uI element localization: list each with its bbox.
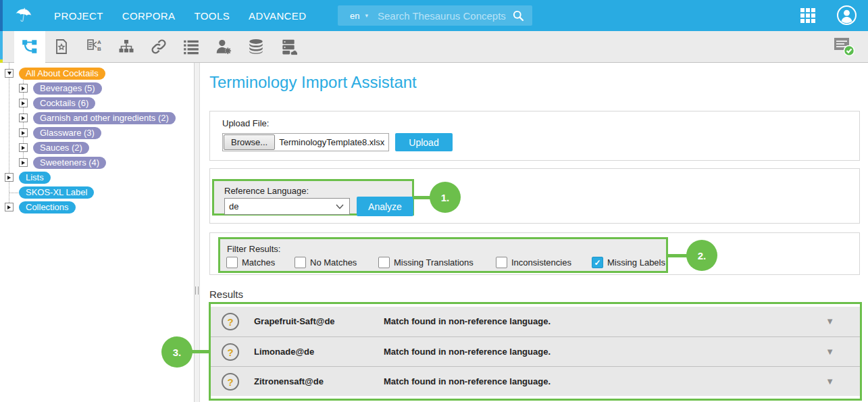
search-bar: en ▾: [338, 5, 532, 26]
upload-file-label: Upload File:: [222, 118, 269, 128]
tree-node-lists[interactable]: Lists: [19, 172, 51, 184]
tree-node-concept[interactable]: Glassware (3): [33, 127, 101, 139]
results-heading: Results: [209, 288, 243, 300]
concept-tree-icon[interactable]: [14, 31, 45, 63]
result-message: Match found in non-reference language.: [384, 316, 551, 326]
top-navigation-bar: ☂ PROJECT CORPORA TOOLS ADVANCED en ▾: [0, 0, 868, 31]
main-menu: PROJECT CORPORA TOOLS ADVANCED: [54, 0, 306, 31]
tree-node-concept[interactable]: Cocktails (6): [33, 97, 95, 109]
question-icon: ?: [222, 373, 239, 391]
sitemap-icon[interactable]: [110, 31, 143, 63]
user-admin-icon[interactable]: [207, 31, 240, 63]
project-status-icon[interactable]: [833, 36, 854, 57]
annotation-connector: [413, 196, 432, 199]
link-icon[interactable]: [143, 31, 175, 63]
tree-expander-closed[interactable]: [19, 99, 28, 107]
screen-edge-strip: [0, 59, 3, 63]
chevron-down-icon: [336, 204, 344, 209]
result-row[interactable]: ? Zitronensaft@de Match found in non-ref…: [211, 366, 860, 396]
user-avatar-icon[interactable]: [836, 5, 857, 26]
poolparty-logo-icon[interactable]: ☂: [14, 3, 33, 27]
menu-project[interactable]: PROJECT: [54, 10, 103, 22]
checkbox-label: Missing Labels: [607, 257, 665, 268]
tree-node-skos-xl[interactable]: SKOS-XL Label: [19, 186, 94, 199]
checkbox-matches[interactable]: Matches: [226, 257, 275, 268]
tree-expander-closed[interactable]: [19, 143, 28, 152]
reference-language-value: de: [229, 201, 336, 211]
annotation-badge-3: 3.: [161, 336, 193, 368]
screen-edge-strip: [0, 31, 3, 59]
search-language-selector[interactable]: en: [350, 11, 359, 21]
filter-results-panel: Filter Results: Matches No Matches Missi…: [209, 232, 860, 275]
expand-row-icon[interactable]: ▼: [825, 316, 834, 326]
annotation-box-2: Filter Results: Matches No Matches Missi…: [218, 237, 668, 273]
tree-node-concept[interactable]: Garnish and other ingredients (2): [33, 112, 176, 124]
search-input[interactable]: [378, 10, 512, 22]
tree-guide-line: [9, 63, 9, 208]
checkbox-no-matches[interactable]: No Matches: [295, 257, 357, 268]
browse-button[interactable]: Browse...: [224, 134, 275, 150]
reference-language-select[interactable]: de: [224, 198, 350, 215]
tree-node-concept[interactable]: Sauces (2): [33, 142, 89, 154]
annotation-connector: [190, 350, 209, 353]
tree-expander-closed[interactable]: [5, 173, 14, 182]
expand-row-icon[interactable]: ▼: [825, 347, 834, 357]
splitter-grip-icon[interactable]: [195, 286, 199, 295]
tree-node-project[interactable]: All About Cocktails: [19, 68, 105, 80]
checkbox-missing-translations[interactable]: Missing Translations: [378, 257, 474, 268]
project-toolbar: A B: [0, 31, 868, 63]
list-icon[interactable]: [175, 31, 207, 63]
tree-expander-closed[interactable]: [19, 84, 28, 93]
checkbox-unchecked-icon[interactable]: [378, 257, 390, 268]
tree-expander-open[interactable]: [5, 69, 14, 78]
result-term: Limonade@de: [254, 347, 314, 357]
tree-node-concept[interactable]: Beverages (5): [33, 82, 102, 95]
document-star-icon[interactable]: [45, 31, 78, 63]
checkbox-label: Inconsistencies: [511, 257, 571, 268]
database-icon[interactable]: [240, 31, 272, 63]
question-icon: ?: [222, 313, 239, 330]
menu-corpora[interactable]: CORPORA: [122, 10, 176, 22]
tree-expander-closed[interactable]: [19, 158, 28, 167]
result-row[interactable]: ? Grapefruit-Saft@de Match found in non-…: [211, 307, 860, 336]
result-row[interactable]: ? Limonade@de Match found in non-referen…: [211, 336, 860, 366]
checkbox-unchecked-icon[interactable]: [496, 257, 507, 268]
filter-results-label: Filter Results:: [227, 244, 280, 254]
checkbox-unchecked-icon[interactable]: [226, 257, 238, 268]
expand-row-icon[interactable]: ▼: [825, 376, 834, 386]
tree-expander-closed[interactable]: [5, 203, 14, 211]
checkbox-inconsistencies[interactable]: Inconsistencies: [496, 257, 571, 268]
search-icon[interactable]: [512, 9, 524, 22]
checkbox-checked-icon[interactable]: ✓: [592, 257, 603, 268]
classification-ab-icon[interactable]: A B: [78, 31, 110, 63]
upload-file-panel: Upload File: Browse... TerminologyTempla…: [209, 111, 860, 161]
repository-cloud-icon[interactable]: [272, 31, 305, 63]
annotation-badge-1: 1.: [430, 182, 461, 213]
annotation-box-1: Reference Language: de Analyze: [212, 179, 414, 216]
svg-text:A: A: [97, 39, 101, 45]
menu-advanced[interactable]: ADVANCED: [249, 10, 306, 22]
tree-expander-closed[interactable]: [19, 128, 28, 137]
tree-node-concept[interactable]: Sweeteners (4): [33, 157, 106, 169]
tree-node-collections[interactable]: Collections: [19, 201, 76, 213]
page-title: Terminology Import Assistant: [209, 73, 417, 92]
chevron-down-icon[interactable]: ▾: [365, 12, 368, 19]
screen-edge-strip: [0, 0, 3, 31]
result-message: Match found in non-reference language.: [384, 347, 551, 357]
tree-expander-closed[interactable]: [19, 114, 28, 122]
checkbox-label: Missing Translations: [394, 257, 474, 268]
upload-button[interactable]: Upload: [395, 133, 453, 151]
app-grid-icon[interactable]: [800, 8, 815, 23]
result-message: Match found in non-reference language.: [384, 376, 551, 386]
checkbox-label: Matches: [242, 257, 275, 268]
menu-tools[interactable]: TOOLS: [194, 10, 230, 22]
result-term: Grapefruit-Saft@de: [254, 316, 335, 326]
reference-language-label: Reference Language:: [224, 186, 309, 196]
svg-text:B: B: [97, 46, 101, 52]
file-input[interactable]: Browse... TerminologyTemplate8.xlsx: [222, 133, 389, 151]
checkbox-unchecked-icon[interactable]: [295, 257, 306, 268]
checkbox-missing-labels[interactable]: ✓ Missing Labels: [592, 257, 665, 268]
reference-language-panel: Reference Language: de Analyze: [209, 168, 860, 224]
selected-filename: TerminologyTemplate8.xlsx: [279, 137, 384, 147]
analyze-button[interactable]: Analyze: [357, 197, 413, 216]
